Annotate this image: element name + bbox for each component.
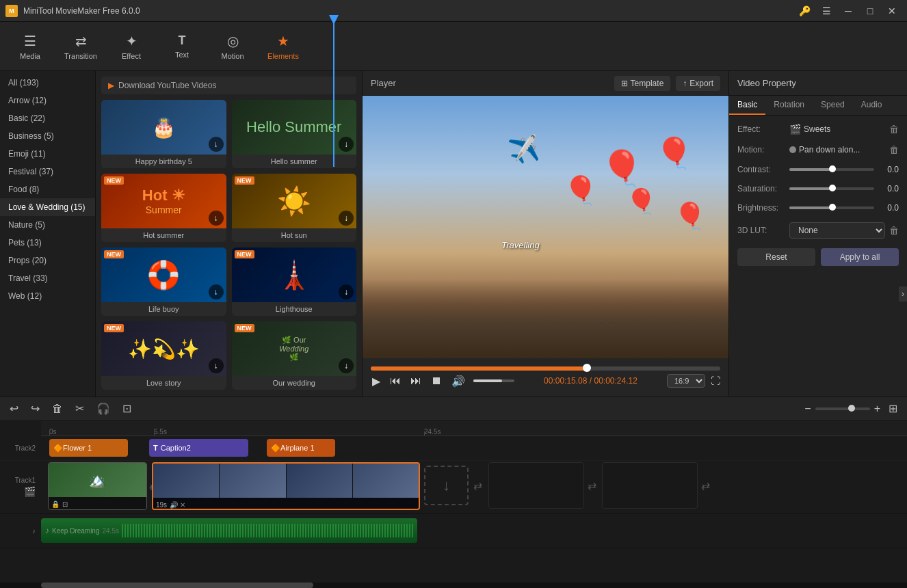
sidebar-item-props[interactable]: Props (20) xyxy=(0,252,95,269)
flower1-chip[interactable]: 🔶 Flower 1 xyxy=(49,439,128,457)
brightness-slider[interactable] xyxy=(789,206,874,209)
ruler-tick-0: 0s xyxy=(49,428,57,436)
add-segment-button[interactable]: ↓ xyxy=(424,466,469,505)
forward-arrow-1[interactable]: ⇄ xyxy=(473,479,482,492)
media-button[interactable]: ☰ Media xyxy=(5,26,55,67)
saturation-row: Saturation: 0.0 xyxy=(737,184,899,193)
brightness-value: 0.0 xyxy=(878,203,899,213)
download-icon[interactable]: ↓ xyxy=(209,211,224,226)
sidebar-item-nature[interactable]: Nature (5) xyxy=(0,216,95,234)
volume-slider[interactable] xyxy=(473,379,514,382)
zoom-out-button[interactable]: − xyxy=(804,403,811,415)
sidebar-item-basic[interactable]: Basic (22) xyxy=(0,109,95,127)
sidebar-item-lovewedding[interactable]: Love & Wedding (15) xyxy=(0,198,95,216)
download-youtube-bar[interactable]: ▶ Download YouTube Videos xyxy=(101,77,356,94)
reset-button[interactable]: Reset xyxy=(737,248,815,266)
video-frame: ✈️ Travelling 🎈 🎈 🎈 🎈 🎈 👫 xyxy=(363,96,728,358)
prev-button[interactable]: ⏮ xyxy=(389,373,402,388)
elem-card-our-wedding[interactable]: NEW 🌿 Our Wedding 🌿 ↓ Our wedding xyxy=(232,321,357,390)
elem-card-hello-summer[interactable]: Hello Summer ↓ Hello summer xyxy=(232,100,357,168)
play-button[interactable]: ▶ xyxy=(371,373,382,389)
motion-button[interactable]: ◎ Motion xyxy=(208,26,257,67)
contrast-slider[interactable] xyxy=(789,168,874,171)
collapse-panel-button[interactable]: › xyxy=(899,286,907,302)
forward-arrow-2[interactable]: ⇄ xyxy=(588,479,596,492)
lut-delete-button[interactable]: 🗑 xyxy=(889,225,899,236)
balloon-4: 🎈 xyxy=(655,135,693,171)
sidebar-item-arrow[interactable]: Arrow (12) xyxy=(0,92,95,109)
maximize-button[interactable]: □ xyxy=(860,4,880,18)
player-area: Player ⊞ Template ↑ Export ✈️ Travelling xyxy=(363,71,729,397)
audio-button[interactable]: 🎧 xyxy=(92,399,114,418)
tab-basic[interactable]: Basic xyxy=(729,96,765,115)
elem-card-love-story[interactable]: NEW ✨💫✨ ↓ Love story xyxy=(101,321,226,390)
tab-audio[interactable]: Audio xyxy=(853,96,891,115)
elements-button[interactable]: ★ Elements xyxy=(259,26,308,67)
elem-card-hot-sun[interactable]: NEW ☀️ ↓ Hot sun xyxy=(232,174,357,242)
download-icon[interactable]: ↓ xyxy=(339,284,354,299)
elem-thumb-happy-birthday-5: 🎂 ↓ xyxy=(101,100,226,155)
sidebar-item-business[interactable]: Business (5) xyxy=(0,127,95,145)
motion-delete-button[interactable]: 🗑 xyxy=(889,144,899,155)
elem-card-happy-birthday-5[interactable]: 🎂 ↓ Happy birthday 5 xyxy=(101,100,226,168)
timeline-scrollbar[interactable] xyxy=(0,583,907,588)
key-icon[interactable]: 🔑 xyxy=(795,4,814,18)
download-icon[interactable]: ↓ xyxy=(209,284,224,299)
effect-button[interactable]: ✦ Effect xyxy=(107,26,156,67)
export-button[interactable]: ↑ Export xyxy=(676,76,720,91)
forward-arrow-3[interactable]: ⇄ xyxy=(701,479,710,492)
elem-card-hot-summer[interactable]: NEW Hot ☀ Summer ↓ Hot summer xyxy=(101,174,226,242)
close-button[interactable]: ✕ xyxy=(882,4,902,18)
stop-button[interactable]: ⏹ xyxy=(430,373,443,388)
next-button[interactable]: ⏭ xyxy=(409,373,423,388)
zoom-slider[interactable] xyxy=(815,407,870,410)
download-icon[interactable]: ↓ xyxy=(209,358,224,373)
crop-button[interactable]: ⊡ xyxy=(118,399,135,418)
video-property-panel: Video Property Basic Rotation Speed Audi… xyxy=(729,71,907,397)
transition-button[interactable]: ⇄ Transition xyxy=(56,26,105,67)
download-icon[interactable]: ↓ xyxy=(209,137,224,152)
first-video-thumb[interactable]: 🏔️ 🔒 ⊡ xyxy=(48,462,147,510)
download-icon[interactable]: ↓ xyxy=(339,137,354,152)
audio-segment[interactable]: ♪ Keep Dreaming 24.5s xyxy=(41,518,417,543)
progress-bar[interactable] xyxy=(371,366,720,371)
elem-card-lighthouse[interactable]: NEW 🗼 ↓ Lighthouse xyxy=(232,248,357,316)
sidebar-item-food[interactable]: Food (8) xyxy=(0,181,95,198)
sidebar-item-all[interactable]: All (193) xyxy=(0,74,95,92)
volume-button[interactable]: 🔊 xyxy=(450,373,466,389)
app-logo: M xyxy=(5,5,18,17)
menu-icon[interactable]: ☰ xyxy=(817,4,836,18)
text-button[interactable]: T Text xyxy=(157,26,207,67)
sidebar-item-emoji[interactable]: Emoji (11) xyxy=(0,145,95,163)
minimize-button[interactable]: ─ xyxy=(839,4,858,18)
apply-all-button[interactable]: Apply to all xyxy=(821,248,899,266)
lut-select[interactable]: None xyxy=(789,222,885,239)
saturation-slider[interactable] xyxy=(789,187,874,190)
main-area: All (193) Arrow (12) Basic (22) Business… xyxy=(0,71,907,397)
redo-button[interactable]: ↪ xyxy=(27,399,44,418)
sidebar-item-travel[interactable]: Travel (33) xyxy=(0,269,95,287)
effect-delete-button[interactable]: 🗑 xyxy=(889,124,899,135)
cut-button[interactable]: ✂ xyxy=(71,399,88,418)
tab-speed[interactable]: Speed xyxy=(813,96,853,115)
caption2-chip[interactable]: T Caption2 xyxy=(149,439,248,457)
zoom-in-button[interactable]: + xyxy=(874,403,880,415)
effect-name: Sweets xyxy=(804,124,830,134)
download-icon[interactable]: ↓ xyxy=(339,211,354,226)
download-icon[interactable]: ↓ xyxy=(339,358,354,373)
scroll-thumb[interactable] xyxy=(41,583,313,588)
sidebar-item-web[interactable]: Web (12) xyxy=(0,287,95,305)
sidebar-item-festival[interactable]: Festival (37) xyxy=(0,163,95,181)
airplane1-chip[interactable]: 🔶 Airplane 1 xyxy=(267,439,335,457)
add-media-button[interactable]: ⊞ xyxy=(884,399,902,418)
fullscreen-button[interactable]: ⛶ xyxy=(711,375,720,386)
main-video-segment[interactable]: 19s 🔊 ✕ xyxy=(152,462,420,510)
sidebar-item-pets[interactable]: Pets (13) xyxy=(0,234,95,252)
template-button[interactable]: ⊞ Template xyxy=(614,76,671,91)
undo-button[interactable]: ↩ xyxy=(5,399,23,418)
tab-rotation[interactable]: Rotation xyxy=(765,96,813,115)
delete-button[interactable]: 🗑 xyxy=(48,399,67,418)
elem-label-happy-birthday-5: Happy birthday 5 xyxy=(101,155,226,168)
aspect-ratio-select[interactable]: 16:9 4:3 1:1 xyxy=(667,374,705,388)
elem-card-life-buoy[interactable]: NEW 🛟 ↓ Life buoy xyxy=(101,248,226,316)
